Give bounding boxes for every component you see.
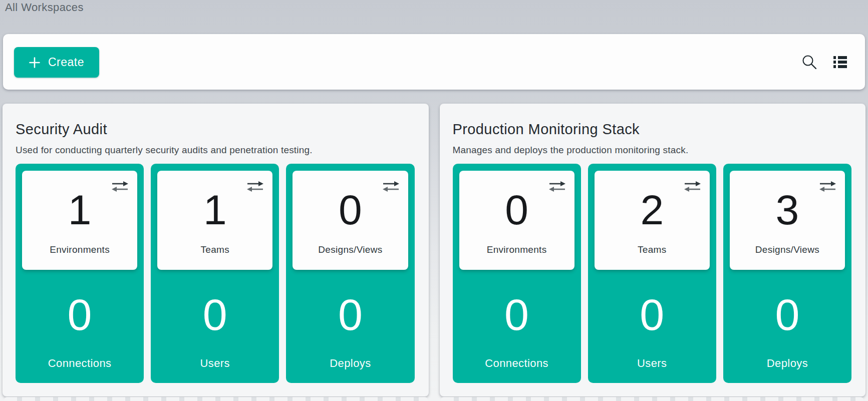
next-card-row-peek bbox=[441, 397, 863, 401]
tile-bottom: 0 Users bbox=[157, 270, 272, 383]
tile-top[interactable]: 0 Designs/Views bbox=[293, 171, 408, 270]
workspace-card: Security Audit Used for conducting quart… bbox=[3, 104, 429, 396]
stat-value: 2 bbox=[640, 189, 664, 231]
stat-value: 0 bbox=[504, 293, 529, 337]
stat-value: 0 bbox=[505, 189, 528, 231]
stat-label: Teams bbox=[201, 244, 229, 255]
swap-arrows-icon[interactable] bbox=[111, 181, 129, 192]
stat-label: Designs/Views bbox=[318, 244, 382, 255]
swap-arrows-icon[interactable] bbox=[548, 181, 566, 192]
list-view-button[interactable] bbox=[833, 56, 847, 68]
tile-top[interactable]: 2 Teams bbox=[595, 171, 710, 270]
stat-value: 0 bbox=[640, 293, 664, 337]
stat-label: Environments bbox=[487, 244, 547, 255]
stat-label: Environments bbox=[50, 244, 110, 255]
workspace-description: Used for conducting quarterly security a… bbox=[16, 145, 415, 156]
stat-label: Designs/Views bbox=[755, 244, 819, 255]
workspace-stat-tile[interactable]: 0 Designs/Views 0 Deploys bbox=[286, 164, 414, 383]
stat-tiles: 0 Environments 0 Connections 2 bbox=[453, 164, 852, 383]
swap-arrows-icon[interactable] bbox=[683, 181, 702, 192]
stat-value: 0 bbox=[68, 293, 92, 337]
workspace-stat-tile[interactable]: 1 Environments 0 Connections bbox=[16, 164, 144, 383]
workspace-cards-row: Security Audit Used for conducting quart… bbox=[3, 104, 865, 396]
stat-value: 0 bbox=[338, 293, 363, 337]
page-title: All Workspaces bbox=[5, 1, 84, 14]
stat-label: Users bbox=[637, 357, 667, 370]
stat-value: 1 bbox=[203, 189, 227, 231]
toolbar: Create bbox=[3, 34, 865, 90]
stat-label: Deploys bbox=[767, 357, 808, 370]
workspace-card: Production Monitoring Stack Manages and … bbox=[440, 104, 866, 396]
swap-arrows-icon[interactable] bbox=[246, 181, 264, 192]
stat-value: 0 bbox=[339, 189, 362, 231]
workspace-stat-tile[interactable]: 3 Designs/Views 0 Deploys bbox=[723, 164, 851, 383]
create-workspace-button[interactable]: Create bbox=[14, 47, 99, 78]
workspace-stat-tile[interactable]: 2 Teams 0 Users bbox=[588, 164, 716, 383]
workspace-stat-tile[interactable]: 1 Teams 0 Users bbox=[151, 164, 279, 383]
workspace-description: Manages and deploys the production monit… bbox=[453, 145, 852, 156]
tile-top[interactable]: 1 Teams bbox=[157, 171, 272, 270]
stat-label: Teams bbox=[638, 244, 666, 255]
stat-value: 0 bbox=[775, 293, 799, 337]
stat-label: Deploys bbox=[330, 357, 371, 370]
swap-arrows-icon[interactable] bbox=[818, 181, 837, 192]
create-button-label: Create bbox=[48, 56, 84, 69]
workspace-title: Security Audit bbox=[16, 121, 415, 138]
tile-bottom: 0 Deploys bbox=[293, 270, 408, 383]
stat-value: 0 bbox=[203, 293, 227, 337]
stat-label: Users bbox=[200, 357, 230, 370]
list-view-icon bbox=[833, 56, 847, 68]
tile-bottom: 0 Deploys bbox=[730, 270, 845, 383]
search-icon bbox=[801, 54, 817, 70]
tile-bottom: 0 Connections bbox=[459, 270, 574, 383]
workspace-stat-tile[interactable]: 0 Environments 0 Connections bbox=[453, 164, 581, 383]
stat-label: Connections bbox=[485, 357, 548, 370]
tile-top[interactable]: 1 Environments bbox=[22, 171, 137, 270]
search-button[interactable] bbox=[801, 54, 817, 70]
tile-bottom: 0 Connections bbox=[22, 270, 137, 383]
next-card-row-peek bbox=[4, 397, 428, 401]
tile-top[interactable]: 0 Environments bbox=[459, 171, 574, 270]
swap-arrows-icon[interactable] bbox=[382, 181, 400, 192]
workspace-title: Production Monitoring Stack bbox=[453, 121, 852, 138]
toolbar-icons bbox=[801, 34, 847, 90]
stat-value: 3 bbox=[776, 189, 799, 231]
stat-value: 1 bbox=[68, 189, 92, 231]
stat-label: Connections bbox=[48, 357, 112, 370]
tile-top[interactable]: 3 Designs/Views bbox=[730, 171, 845, 270]
tile-bottom: 0 Users bbox=[595, 270, 710, 383]
stat-tiles: 1 Environments 0 Connections 1 bbox=[16, 164, 415, 383]
plus-icon bbox=[29, 57, 40, 68]
